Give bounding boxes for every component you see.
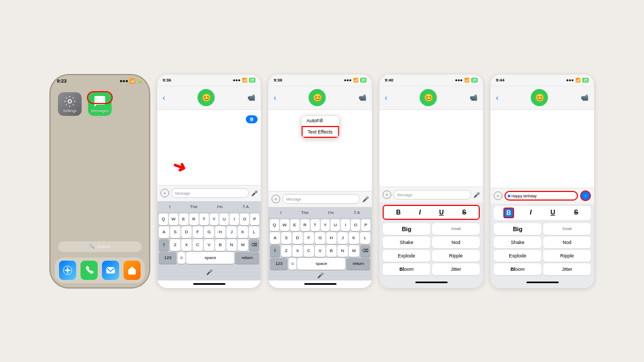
underline-btn-4[interactable]: U	[436, 208, 447, 217]
plus-btn-3[interactable]: +	[272, 195, 280, 203]
key-e-2[interactable]: E	[179, 213, 188, 225]
key-j-2[interactable]: J	[226, 226, 237, 238]
messages-app-icon[interactable]: Messages	[88, 92, 112, 116]
screen4: 9:40 ●●● 📶 25 ‹ 😊 📹 + Message 🎤	[379, 74, 484, 289]
send-button-5[interactable]: ↑	[580, 190, 591, 201]
back-arrow-4[interactable]: ‹	[385, 93, 387, 102]
statusbar-4: 9:40 ●●● 📶 25	[379, 75, 483, 86]
key-a-2[interactable]: A	[159, 226, 169, 238]
key-l-2[interactable]: L	[249, 226, 259, 238]
header-icons-3[interactable]: 📹	[358, 94, 367, 101]
strikethrough-btn-5[interactable]: S	[570, 208, 581, 218]
signal-icon-4: ●●●	[455, 78, 463, 83]
effect-small-4[interactable]: Small	[432, 223, 480, 235]
video-icon-4[interactable]: 📹	[470, 94, 478, 101]
key-v-2[interactable]: V	[204, 239, 214, 251]
input-field-2[interactable]: Message	[171, 188, 249, 198]
effect-explode-4[interactable]: Explode	[383, 250, 430, 262]
key-m-2[interactable]: M	[238, 239, 248, 251]
mic-icon-4[interactable]: 🎤	[473, 192, 480, 198]
key-s-2[interactable]: S	[170, 226, 180, 238]
effect-big-5[interactable]: Big	[494, 223, 541, 235]
italic-btn-4[interactable]: I	[416, 208, 424, 217]
bold-btn-4[interactable]: B	[393, 208, 404, 217]
dictate-btn-2[interactable]: 🎤	[206, 267, 213, 278]
key-b-2[interactable]: B	[215, 239, 225, 251]
key-k-2[interactable]: K	[238, 226, 248, 238]
effect-bloom-4[interactable]: Bloom	[383, 263, 430, 275]
icons-area: Settings Messages 🔍 Search	[50, 87, 149, 257]
key-o-2[interactable]: O	[240, 213, 249, 225]
effect-nod-4[interactable]: Nod	[432, 237, 480, 248]
messages-header-5: ‹ 😊 📹	[491, 86, 594, 110]
video-icon-5[interactable]: 📹	[581, 94, 589, 101]
search-bar[interactable]: 🔍 Search	[58, 241, 142, 252]
dictate-btn-3[interactable]: 🎤	[317, 272, 324, 278]
effect-bloom-5[interactable]: Bloom	[494, 263, 541, 275]
key-del-2[interactable]: ⌫	[249, 239, 259, 251]
key-q-3[interactable]: Q	[270, 219, 279, 231]
key-t-2[interactable]: T	[200, 213, 209, 225]
back-arrow-5[interactable]: ‹	[496, 93, 499, 102]
effect-shake-5[interactable]: Shake	[494, 237, 541, 248]
home-dock-icon[interactable]	[123, 261, 141, 280]
plus-btn-2[interactable]: +	[160, 189, 169, 197]
video-icon-2[interactable]: 📹	[247, 94, 255, 101]
bold-btn-5[interactable]: B	[503, 208, 515, 218]
effect-jitter-5[interactable]: Jitter	[543, 263, 591, 275]
effect-big-4[interactable]: Big	[383, 223, 430, 235]
effect-explode-5[interactable]: Explode	[494, 250, 541, 262]
effect-jitter-4[interactable]: Jitter	[432, 263, 480, 275]
underline-btn-5[interactable]: U	[547, 208, 559, 218]
phone-dock-icon[interactable]	[80, 261, 98, 280]
plus-btn-4[interactable]: +	[383, 190, 391, 199]
key-g-2[interactable]: G	[204, 226, 214, 238]
effect-small-5[interactable]: Small	[543, 223, 591, 235]
key-c-2[interactable]: C	[193, 239, 203, 251]
key-x-2[interactable]: X	[181, 239, 192, 251]
video-icon-3[interactable]: 📹	[358, 94, 367, 101]
key-w-2[interactable]: W	[169, 213, 178, 225]
key-y-2[interactable]: Y	[210, 213, 219, 225]
input-field-4[interactable]: Message	[393, 190, 471, 200]
header-icons-2[interactable]: 📹	[247, 94, 255, 101]
key-p-2[interactable]: P	[250, 213, 259, 225]
mic-icon-2[interactable]: 🎤	[251, 190, 258, 196]
key-f-2[interactable]: F	[193, 226, 203, 238]
key-123-2[interactable]: 123	[159, 252, 177, 264]
header-icons-4[interactable]: 📹	[470, 94, 478, 101]
key-z-2[interactable]: Z	[170, 239, 180, 251]
key-r-2[interactable]: R	[189, 213, 199, 225]
mail-dock-icon[interactable]	[102, 261, 119, 280]
text-effects-option[interactable]: Text Effects	[301, 126, 339, 138]
key-q-2[interactable]: Q	[159, 213, 168, 225]
happy-birthday-input[interactable]: Happy birthday	[504, 191, 578, 201]
key-shift-2[interactable]: ⇧	[159, 239, 169, 251]
key-d-2[interactable]: D	[181, 226, 192, 238]
messages-header-4: ‹ 😊 📹	[379, 86, 483, 110]
svg-marker-2	[64, 267, 71, 274]
effect-ripple-5[interactable]: Ripple	[543, 250, 591, 262]
autofill-option[interactable]: AutoFill	[301, 116, 339, 126]
key-space-2[interactable]: space	[186, 252, 234, 264]
back-arrow-2[interactable]: ‹	[163, 93, 165, 102]
effect-shake-4[interactable]: Shake	[383, 237, 430, 248]
back-arrow-3[interactable]: ‹	[274, 93, 276, 102]
italic-btn-5[interactable]: I	[526, 208, 535, 218]
header-icons-5[interactable]: 📹	[581, 94, 589, 101]
key-u-2[interactable]: U	[219, 213, 229, 225]
strikethrough-btn-4[interactable]: S	[459, 208, 470, 217]
key-return-2[interactable]: return	[235, 252, 259, 264]
mic-icon-3[interactable]: 🎤	[362, 196, 369, 202]
key-h-2[interactable]: H	[215, 226, 225, 238]
effect-nod-5[interactable]: Nod	[543, 237, 591, 248]
safari-dock-icon[interactable]	[59, 261, 76, 280]
key-i-2[interactable]: I	[230, 213, 239, 225]
key-emoji-2[interactable]: ☺	[178, 252, 185, 264]
input-field-3[interactable]: Message	[282, 194, 360, 204]
key-n-2[interactable]: N	[226, 239, 237, 251]
settings-app-icon[interactable]: Settings	[58, 92, 82, 116]
statusbar-2: 9:36 ●●● 📶 25	[157, 75, 261, 86]
plus-btn-5[interactable]: +	[494, 191, 502, 200]
effect-ripple-4[interactable]: Ripple	[432, 250, 480, 262]
